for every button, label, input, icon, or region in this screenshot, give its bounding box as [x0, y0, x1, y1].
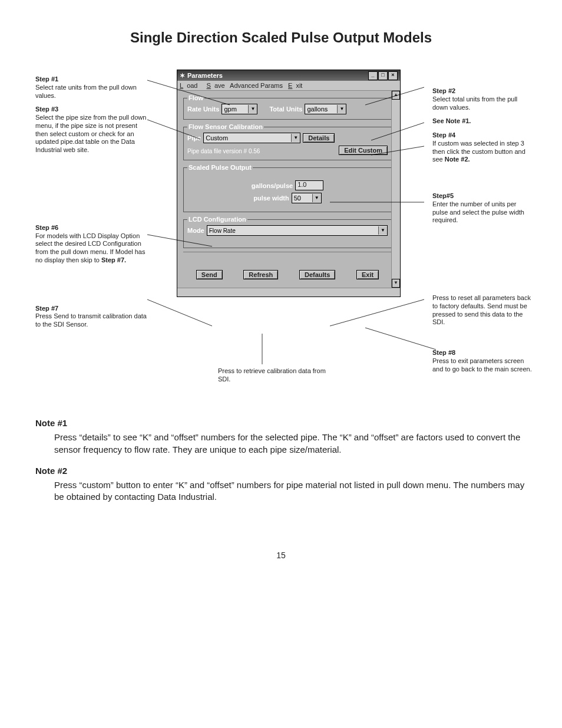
chevron-down-icon: ▼ — [291, 134, 300, 142]
step2-text: Select total units from the pull down va… — [432, 95, 533, 112]
step3-heading: Step #3 — [35, 106, 147, 114]
note2-text: Press “custom” button to enter “K” and “… — [54, 479, 527, 503]
step6-text: For models with LCD Display Option selec… — [35, 232, 147, 265]
svg-line-3 — [147, 299, 212, 326]
scroll-down-icon[interactable]: ▼ — [392, 279, 400, 288]
chevron-down-icon: ▼ — [248, 105, 257, 113]
mode-label: Mode — [187, 227, 204, 234]
svg-line-9 — [365, 328, 436, 350]
chevron-down-icon: ▼ — [337, 105, 346, 113]
gallons-per-pulse-input[interactable]: 1.0 — [295, 180, 323, 190]
defaults-note: Press to reset all parameters back to fa… — [432, 294, 533, 327]
notes-section: Note #1 Press “details” to see “K” and “… — [35, 417, 527, 503]
refresh-button[interactable]: Refresh — [243, 270, 278, 279]
scaled-pulse-output-group: Scaled Pulse Output gallons/pulse 1.0 pu… — [183, 164, 392, 212]
step7-heading: Step #7 — [35, 305, 147, 313]
fsc-legend: Flow Sensor Calibration — [187, 123, 264, 130]
step8-text: Press to exit parameters screen and to g… — [432, 357, 533, 374]
pipe-version-text: Pipe data file version # 0.56 — [187, 148, 260, 154]
step6-heading: Step #6 — [35, 224, 147, 232]
pipe-label: Pipe — [187, 134, 201, 141]
total-units-label: Total Units — [269, 106, 302, 113]
left-annotations: Step #1 Select rate units from the pull … — [35, 70, 147, 334]
menu-advanced[interactable]: Advanced Params — [230, 82, 283, 89]
step5-heading: Step#5 — [432, 192, 533, 200]
lcd-configuration-group: LCD Configuration Mode Flow Rate▼ — [183, 216, 392, 248]
statusbar — [177, 288, 400, 297]
menu-load[interactable]: Load — [180, 82, 201, 89]
rate-units-select[interactable]: gpm▼ — [222, 104, 257, 114]
step4-heading: Step #4 — [432, 131, 533, 140]
menubar: Load Save Advanced Params Exit — [177, 81, 400, 91]
minimize-button[interactable]: _ — [368, 71, 378, 80]
gallons-per-pulse-label: gallons/pulse — [252, 182, 293, 189]
flow-sensor-calibration-group: Flow Sensor Calibration Pipe Custom▼ Det… — [183, 123, 392, 160]
note2-heading: Note #2 — [35, 465, 527, 477]
lcd-legend: LCD Configuration — [187, 216, 247, 223]
exit-button[interactable]: Exit — [356, 270, 379, 279]
step5-text: Enter the number of units per pulse and … — [432, 200, 533, 225]
step7-text: Press Send to transmit calibration data … — [35, 312, 147, 329]
page-title: Single Direction Scaled Pulse Output Mod… — [35, 29, 527, 46]
edit-custom-button[interactable]: Edit Custom — [339, 146, 388, 155]
vertical-scrollbar[interactable]: ▲ ▼ — [391, 91, 400, 288]
close-button[interactable]: × — [388, 71, 398, 80]
app-icon: ✶ — [180, 72, 185, 80]
refresh-note: Press to retrieve calibration data from … — [218, 367, 336, 384]
flow-group: Flow Rate Units gpm▼ Total Units gallons… — [183, 94, 392, 120]
see-note1: See Note #1. — [432, 117, 471, 124]
mode-select[interactable]: Flow Rate▼ — [207, 225, 388, 236]
right-annotations: Step #2 Select total units from the pull… — [432, 81, 533, 378]
details-button[interactable]: Details — [303, 133, 335, 143]
page-number: 15 — [35, 551, 527, 560]
send-button[interactable]: Send — [196, 270, 223, 279]
menu-exit[interactable]: Exit — [288, 82, 302, 89]
window-title: Parameters — [187, 72, 223, 79]
flow-legend: Flow — [187, 94, 204, 101]
pipe-select[interactable]: Custom▼ — [203, 133, 300, 143]
pulse-width-select[interactable]: 50▼ — [292, 193, 322, 203]
svg-line-8 — [330, 299, 424, 326]
note1-heading: Note #1 — [35, 417, 527, 429]
step8-heading: Step #8 — [432, 349, 533, 357]
note1-text: Press “details” to see “K” and “offset” … — [54, 431, 527, 456]
step1-text: Select rate units from the pull down val… — [35, 84, 147, 100]
pulse-width-label: pulse width — [253, 195, 289, 202]
defaults-button[interactable]: Defaults — [299, 270, 335, 279]
titlebar[interactable]: ✶ Parameters _ □ × — [177, 70, 400, 81]
menu-save[interactable]: Save — [207, 82, 225, 89]
total-units-select[interactable]: gallons▼ — [305, 104, 346, 114]
spo-legend: Scaled Pulse Output — [187, 164, 253, 171]
button-row: Send Refresh Defaults Exit — [183, 252, 392, 284]
step4-text: If custom was selected in step 3 then cl… — [432, 140, 533, 164]
step3-text: Select the pipe size from the pull down … — [35, 114, 147, 154]
chevron-down-icon: ▼ — [378, 226, 387, 235]
step1-heading: Step #1 — [35, 75, 147, 84]
chevron-down-icon: ▼ — [312, 194, 321, 202]
rate-units-label: Rate Units — [187, 106, 219, 113]
step2-heading: Step #2 — [432, 87, 533, 95]
scroll-up-icon[interactable]: ▲ — [392, 91, 400, 100]
maximize-button[interactable]: □ — [378, 71, 388, 80]
parameters-window: ✶ Parameters _ □ × Load Save Advanced Pa… — [177, 70, 401, 297]
